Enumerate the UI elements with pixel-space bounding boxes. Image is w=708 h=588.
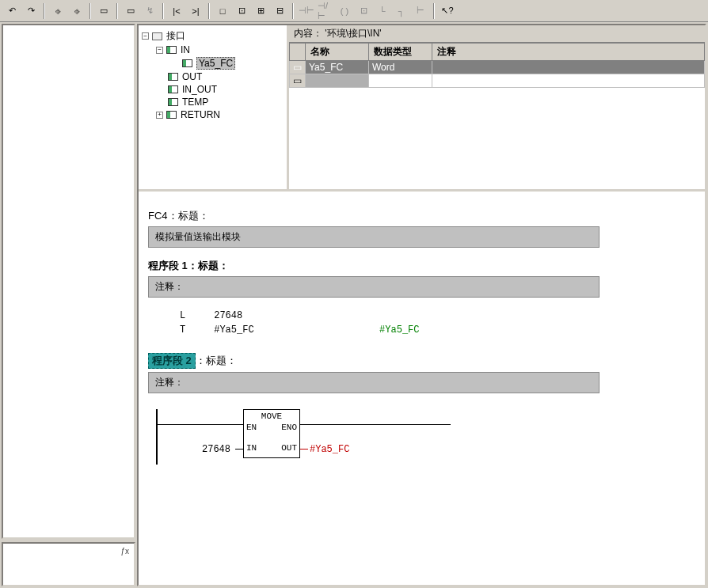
cell-comment[interactable] (432, 61, 705, 74)
stl-code-block[interactable]: L 27648 T #Ya5_FC #Ya5_FC (180, 309, 695, 337)
expander-icon[interactable]: − (142, 32, 149, 40)
expander-icon[interactable]: + (156, 112, 163, 119)
help-pointer-button[interactable]: ↖? (439, 2, 456, 20)
tree-label: OUT (182, 71, 202, 82)
segment2-comment-box[interactable]: 注释： (148, 372, 600, 393)
stl-line: T #Ya5_FC #Ya5_FC (180, 323, 695, 337)
toolbar-separator (208, 3, 210, 19)
toolbar-separator (292, 3, 294, 19)
toolbar-btn-11[interactable]: ⊡ (233, 2, 250, 20)
wire (235, 449, 243, 450)
connect-button[interactable]: ⊢ (412, 2, 429, 20)
var-icon (168, 98, 178, 106)
toolbar-separator (162, 3, 164, 19)
branch-open-button[interactable]: └ (374, 2, 391, 20)
toolbar-separator (116, 3, 118, 19)
cell-type[interactable]: Word (369, 61, 432, 74)
cell-name[interactable]: Ya5_FC (306, 61, 369, 74)
variable-table[interactable]: 名称 数据类型 注释 ▭ Ya5_FC Word ▭ (289, 43, 705, 88)
toolbar-btn-13[interactable]: ⊟ (271, 2, 288, 20)
toolbar-separator (89, 3, 91, 19)
row-header-blank (290, 44, 306, 61)
table-row[interactable]: ▭ Ya5_FC Word (290, 61, 705, 74)
tree-out[interactable]: OUT (156, 70, 284, 83)
var-icon (182, 59, 192, 67)
wire (300, 424, 451, 425)
toolbar-btn-5[interactable]: ▭ (95, 2, 112, 20)
segment2-title: 程序段 2：标题： (148, 353, 695, 369)
grid-path: 内容： '环境\接口\IN' (289, 25, 705, 43)
port-out: OUT (281, 443, 297, 453)
tree-inout[interactable]: IN_OUT (156, 83, 284, 96)
main-toolbar: ↶ ↷ ⎆ ⎆ ▭ ▭ ↯ |< >| □ ⊡ ⊞ ⊟ ⊣⊢ ⊣/⊢ ( ) ⊡… (0, 0, 708, 22)
left-bottom-pane[interactable]: ƒx (2, 542, 135, 586)
spacer (156, 86, 165, 93)
stl-comment: #Ya5_FC (379, 324, 419, 336)
fc-comment-box[interactable]: 模拟量值送输出模块 (148, 226, 600, 248)
toolbar-btn-7[interactable]: ↯ (141, 2, 158, 20)
tree-root[interactable]: − 接口 (142, 28, 284, 44)
toolbar-btn-6[interactable]: ▭ (122, 2, 139, 20)
var-icon (168, 73, 178, 81)
toolbar-separator (44, 3, 45, 19)
move-box[interactable]: MOVE EN ENO IN OUT (243, 409, 300, 458)
main-area: ƒx − 接口 − IN (0, 22, 708, 588)
folder-icon (152, 32, 162, 40)
toolbar-btn-4[interactable]: ⎆ (68, 2, 86, 20)
tree-label: IN (181, 44, 190, 55)
move-out-value[interactable]: #Ya5_FC (310, 444, 349, 455)
table-row-empty[interactable]: ▭ (290, 74, 705, 88)
variable-grid-pane: 内容： '环境\接口\IN' 名称 数据类型 注释 ▭ Ya5_FC Word (289, 25, 705, 189)
left-top-pane[interactable] (2, 24, 135, 539)
right-area: − 接口 − IN Ya5_FC (137, 24, 706, 586)
cell-comment[interactable] (432, 74, 705, 88)
tree-in[interactable]: − IN (156, 44, 284, 56)
tree-temp[interactable]: TEMP (156, 96, 284, 108)
toolbar-separator (433, 3, 435, 19)
col-comment[interactable]: 注释 (432, 44, 705, 61)
move-in-value[interactable]: 27648 (202, 444, 230, 455)
code-editor[interactable]: FC4：标题： 模拟量值送输出模块 程序段 1：标题： 注释： L 27648 … (139, 192, 705, 585)
port-en: EN (246, 423, 257, 432)
box-button[interactable]: ⊡ (355, 2, 372, 20)
col-type[interactable]: 数据类型 (369, 44, 432, 61)
port-in: IN (246, 443, 257, 453)
box-title: MOVE (244, 412, 299, 421)
toolbar-btn-12[interactable]: ⊞ (252, 2, 269, 20)
ladder-network[interactable]: MOVE EN ENO IN OUT 27648 #Ya5_FC (156, 409, 695, 472)
path-label: 内容： (294, 28, 322, 39)
coil-button[interactable]: ( ) (336, 2, 353, 20)
cell-type[interactable] (369, 74, 432, 88)
segment2-label-highlight[interactable]: 程序段 2 (148, 353, 196, 369)
interface-tree[interactable]: − 接口 − IN Ya5_FC (139, 25, 289, 189)
tree-label: IN_OUT (182, 84, 217, 95)
toolbar-btn-3[interactable]: ⎆ (49, 2, 67, 20)
var-icon (166, 46, 177, 54)
path-value: '环境\接口\IN' (325, 28, 381, 39)
segment1-title: 程序段 1：标题： (148, 259, 695, 273)
fc-title: FC4：标题： (148, 209, 695, 223)
row-icon: ▭ (290, 61, 306, 74)
contact-no-button[interactable]: ⊣⊢ (298, 2, 315, 20)
toolbar-btn-8[interactable]: |< (168, 2, 185, 20)
tree-label: 接口 (166, 29, 185, 43)
row-icon: ▭ (290, 74, 306, 88)
branch-close-button[interactable]: ┐ (393, 2, 410, 20)
cell-name[interactable] (306, 74, 369, 88)
tree-var-ya5fc[interactable]: Ya5_FC (170, 56, 284, 70)
segment1-comment-box[interactable]: 注释： (148, 276, 600, 298)
tree-label-selected: Ya5_FC (196, 57, 235, 70)
col-name[interactable]: 名称 (306, 44, 369, 61)
stl-line: L 27648 (180, 309, 695, 323)
toolbar-btn-9[interactable]: >| (187, 2, 204, 20)
redo-button[interactable]: ↷ (22, 2, 40, 20)
undo-button[interactable]: ↶ (3, 2, 21, 20)
tree-return[interactable]: + RETURN (156, 108, 284, 121)
spacer (170, 60, 179, 67)
contact-nc-button[interactable]: ⊣/⊢ (317, 2, 334, 20)
wire-out (300, 449, 308, 450)
expander-icon[interactable]: − (156, 47, 163, 54)
wire (158, 424, 243, 425)
toolbar-btn-10[interactable]: □ (214, 2, 231, 20)
fx-icon: ƒx (120, 547, 129, 556)
